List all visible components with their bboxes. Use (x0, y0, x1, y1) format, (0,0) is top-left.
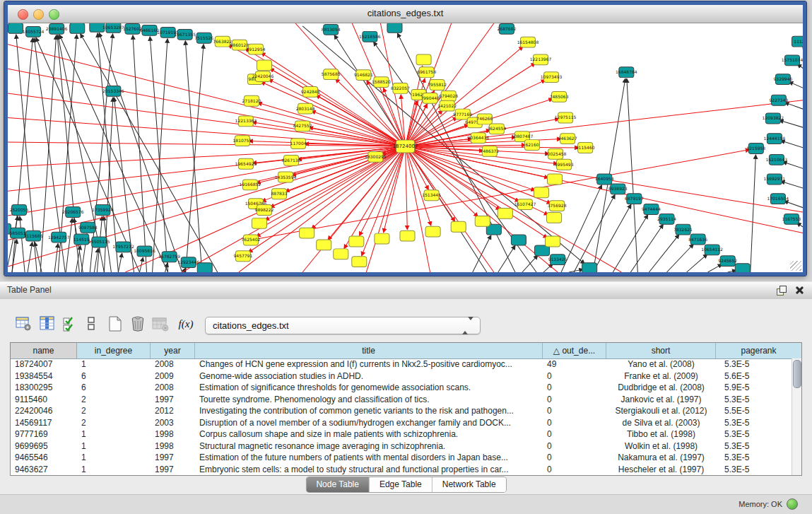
network-node[interactable] (425, 226, 440, 237)
network-node[interactable]: 16107427 (514, 199, 536, 210)
network-node[interactable]: 3756928 (548, 201, 567, 211)
network-node[interactable] (475, 216, 490, 226)
network-node[interactable]: 12213967 (530, 54, 552, 65)
network-node[interactable]: 16210643 (766, 154, 788, 165)
network-node[interactable]: 1112 (792, 36, 803, 47)
close-icon[interactable] (794, 286, 804, 295)
network-node[interactable]: 8471636 (688, 234, 707, 245)
column-header-out_de[interactable]: △ out_de... (543, 343, 606, 358)
table-row[interactable]: 1830029562008Estimation of significance … (11, 382, 792, 394)
table-row[interactable]: 977716911998Corpus callosum shape and si… (11, 428, 792, 440)
network-node[interactable]: 7990448 (420, 93, 440, 103)
network-node[interactable]: 16154808 (517, 37, 539, 47)
window-resize-handle[interactable] (790, 261, 801, 271)
network-node[interactable]: 7625402 (242, 235, 261, 245)
table-row[interactable]: 911546021997Tourette syndrome. Phenomeno… (11, 394, 792, 406)
memory-status-indicator-icon[interactable] (787, 498, 798, 510)
network-node[interactable]: 1421022 (437, 100, 457, 111)
network-node[interactable]: 9463627 (558, 134, 577, 144)
table-selector-dropdown[interactable]: citations_edges.txt (205, 317, 481, 334)
network-node[interactable]: 8813054 (322, 24, 341, 35)
network-node[interactable]: 1640954 (595, 174, 614, 185)
network-node[interactable]: 1588520 (372, 77, 391, 88)
network-node[interactable]: 2935114 (657, 214, 676, 224)
network-node[interactable] (300, 228, 314, 238)
network-node[interactable]: 114519 (73, 234, 90, 245)
select-columns-icon[interactable] (61, 315, 79, 333)
network-node[interactable]: 17016504 (767, 194, 789, 204)
table-vertical-scrollbar[interactable] (792, 358, 801, 475)
network-node[interactable] (252, 218, 266, 228)
network-node[interactable]: 9898222 (255, 205, 274, 216)
function-icon[interactable]: f(x) (177, 315, 195, 333)
network-node[interactable]: 8938923 (608, 184, 628, 194)
network-node[interactable]: 20153346 (102, 86, 124, 96)
network-node[interactable] (8, 23, 23, 33)
network-node[interactable]: 12923446 (177, 257, 199, 268)
network-node[interactable] (547, 212, 562, 223)
column-header-pagerank[interactable]: pagerank (716, 343, 801, 358)
network-node[interactable]: 12975115 (555, 112, 577, 123)
network-node[interactable]: 9329946 (774, 74, 793, 85)
network-node[interactable]: 887833 (271, 189, 288, 199)
network-node[interactable]: 15218586 (359, 31, 381, 42)
network-node[interactable]: 9242848 (301, 86, 320, 97)
network-node[interactable]: 20206576 (62, 207, 84, 218)
network-node[interactable]: 1810755 (233, 136, 252, 146)
network-node[interactable]: 12093822 (763, 113, 784, 124)
network-node[interactable]: 7663822 (213, 36, 232, 47)
network-node[interactable]: 6961758 (417, 67, 436, 78)
tab-network-table[interactable]: Network Table (433, 477, 506, 492)
network-node[interactable] (375, 233, 389, 244)
network-node[interactable]: 2520055 (10, 205, 29, 216)
network-node[interactable]: 6995493 (555, 159, 574, 170)
scrollbar-thumb[interactable] (793, 360, 801, 388)
network-node[interactable]: 8267130 (282, 155, 301, 165)
network-node[interactable]: 10095816 (134, 246, 155, 257)
network-node[interactable]: 3624554 (487, 124, 506, 134)
table-row[interactable]: 1938455462009Genome-wide association stu… (11, 370, 792, 382)
network-node[interactable]: 17957272 (112, 242, 134, 252)
network-node[interactable]: 19654923 (235, 158, 257, 169)
network-node[interactable] (387, 23, 402, 33)
network-node[interactable]: 18300295 (365, 151, 387, 162)
table-row[interactable]: 969969511998Structural magnetic resonanc… (11, 440, 792, 452)
network-node[interactable] (70, 23, 85, 33)
network-node[interactable] (317, 240, 331, 250)
tab-edge-table[interactable]: Edge Table (370, 477, 433, 492)
network-node[interactable]: 7832621 (673, 224, 693, 235)
table-row[interactable]: 946362711997Embryonic stem cells: a mode… (11, 464, 792, 476)
network-node[interactable]: 6466160 (140, 25, 159, 35)
tab-node-table[interactable]: Node Table (306, 477, 370, 492)
delete-trash-icon[interactable] (129, 315, 147, 333)
network-node[interactable]: 5875685 (322, 69, 341, 80)
network-node[interactable]: 15751074 (782, 55, 803, 66)
network-node[interactable] (349, 236, 364, 247)
network-node[interactable]: 7955812 (428, 80, 447, 90)
network-node[interactable]: 10653287 (102, 23, 124, 33)
table-settings-icon[interactable] (14, 315, 33, 333)
network-node[interactable]: 20891406 (46, 23, 68, 34)
network-node[interactable]: 20364436 (467, 133, 489, 144)
network-node[interactable]: 8215958 (746, 144, 765, 154)
network-node[interactable] (534, 187, 548, 198)
network-node[interactable]: 13505135 (88, 237, 110, 247)
network-node[interactable]: 9115460 (576, 143, 595, 153)
network-node[interactable]: 19166852 (240, 180, 261, 190)
network-node[interactable]: 6794028 (439, 90, 458, 101)
network-node[interactable]: 12213363 (235, 116, 257, 127)
network-node[interactable] (548, 174, 563, 185)
network-node[interactable]: 9457791 (233, 251, 252, 262)
network-node[interactable]: 1167553 (782, 214, 801, 224)
network-node[interactable]: 2718120 (242, 95, 261, 106)
network-node[interactable] (511, 235, 526, 245)
network-node[interactable]: 22420046 (252, 71, 274, 82)
column-chooser-icon[interactable] (38, 315, 57, 333)
network-node[interactable]: 2687682 (497, 23, 516, 34)
network-node[interactable] (197, 263, 212, 272)
network-node[interactable]: 9097588 (78, 222, 98, 233)
network-node[interactable]: 7485063 (550, 91, 569, 102)
network-node[interactable]: 14353594 (275, 172, 297, 182)
column-header-year[interactable]: year (151, 343, 195, 358)
table-row[interactable]: 2242004622012Investigating the contribut… (11, 405, 792, 417)
